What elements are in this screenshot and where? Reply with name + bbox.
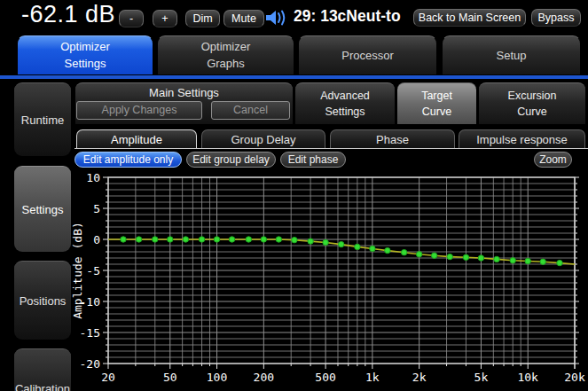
x-tick-label: 100 [207,371,227,384]
volume-up-button[interactable]: + [153,10,177,27]
cancel-button[interactable]: Cancel [211,101,290,120]
curve-point[interactable] [308,239,313,244]
sidebar-item-settings[interactable]: Settings [14,166,71,252]
x-tick-label: 2k [412,371,427,384]
curve-point[interactable] [292,238,297,243]
back-to-main-button[interactable]: Back to Main Screen [413,9,526,27]
x-tick-label: 20k [564,371,585,384]
x-tick-label: 20 [101,371,115,384]
curve-tabs-underline [74,148,588,149]
y-tick-label: -20 [80,357,100,371]
curve-point[interactable] [494,256,499,262]
edit-group-delay-button[interactable]: Edit group delay [186,152,276,168]
curve-point[interactable] [431,253,436,258]
x-tick-label: 50 [163,371,177,384]
tab-optimizer-graphs[interactable]: Optimizer Graphs [157,35,294,75]
zoom-button[interactable]: Zoom [534,152,572,168]
y-tick-label: 10 [86,171,100,184]
x-tick-label: 1k [365,371,380,384]
sidebar-item-calibration[interactable]: Calibration [14,348,71,391]
volume-down-button[interactable]: - [119,10,144,27]
curve-point[interactable] [183,237,188,242]
tab-excursion-curve[interactable]: Excursion Curve [479,82,585,124]
curve-point[interactable] [276,237,281,242]
y-tick-label: 5 [93,202,100,215]
sidebar-item-positions[interactable]: Positions [14,261,71,340]
curve-point[interactable] [168,237,173,242]
curve-point[interactable] [557,260,562,265]
tab-phase[interactable]: Phase [330,129,455,149]
tab-target-curve[interactable]: Target Curve [397,82,476,124]
curve-point[interactable] [540,259,545,264]
active-tab-underline [0,75,588,79]
curve-point[interactable] [370,246,375,251]
bypass-button[interactable]: Bypass [531,9,581,27]
curve-point[interactable] [229,237,234,242]
curve-point[interactable] [153,237,158,242]
speaker-icon[interactable] [264,8,289,27]
sidebar-item-runtime[interactable]: Runtime [14,82,71,156]
curve-point[interactable] [136,237,141,242]
curve-point[interactable] [121,237,126,242]
preset-name: 29: 13cNeut-to [294,7,401,26]
tab-setup[interactable]: Setup [442,35,581,75]
curve-point[interactable] [355,244,360,249]
curve-point[interactable] [385,247,390,253]
y-tick-label: -15 [80,326,100,340]
y-tick-label: -5 [86,264,100,278]
tab-advanced-settings[interactable]: Advanced Settings [295,82,395,124]
dim-button[interactable]: Dim [185,10,220,27]
edit-amplitude-only-button[interactable]: Edit amplitude only [74,152,182,168]
curve-point[interactable] [261,237,266,242]
main-settings-title: Main Settings [75,86,293,99]
curve-point[interactable] [323,239,328,245]
volume-display: -62.1 dB [21,1,115,28]
y-axis-title: Amplitude (dB) [71,222,84,319]
curve-point[interactable] [447,254,452,259]
curve-point[interactable] [401,250,406,255]
optimizer-app: -62.1 dB - + Dim Mute 29: 13cNeut-to Bac… [0,0,588,391]
apply-changes-button[interactable]: Apply Changes [76,101,202,120]
curve-point[interactable] [525,258,530,263]
tab-optimizer-settings[interactable]: Optimizer Settings [17,35,153,75]
tab-group-delay[interactable]: Group Delay [201,129,325,149]
tab-impulse-response[interactable]: Impulse response [459,129,585,149]
mute-button[interactable]: Mute [223,10,264,27]
target-curve-chart[interactable]: -20-15-10-5051020501002005001k2k5k10k20k… [71,168,588,391]
curve-point[interactable] [214,237,219,242]
curve-point[interactable] [339,241,344,246]
x-tick-label: 5k [474,371,489,384]
x-tick-label: 200 [254,371,274,384]
curve-point[interactable] [478,255,483,261]
curve-point[interactable] [246,237,251,242]
tab-amplitude[interactable]: Amplitude [76,129,197,149]
edit-phase-button[interactable]: Edit phase [280,152,346,168]
curve-point[interactable] [416,252,421,257]
x-tick-label: 10k [517,371,538,384]
curve-point[interactable] [463,254,468,260]
y-tick-label: 0 [93,233,100,246]
curve-point[interactable] [510,258,515,263]
x-tick-label: 500 [315,371,335,384]
tab-processor[interactable]: Processor [298,35,437,75]
curve-point[interactable] [199,237,204,242]
